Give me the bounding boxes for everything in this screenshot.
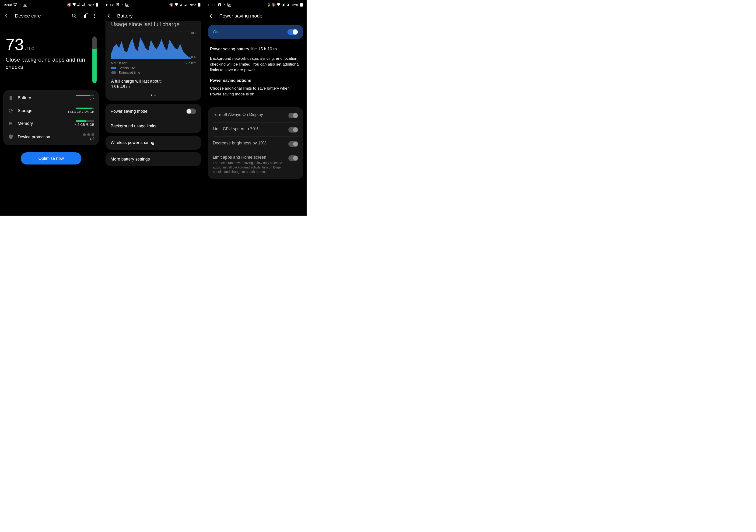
mute-icon: 🔇 xyxy=(68,3,71,7)
battery-icon xyxy=(198,3,201,7)
options-card: Turn off Always On Display Limit CPU spe… xyxy=(208,107,303,179)
on-label: On xyxy=(213,29,219,35)
more-battery-settings[interactable]: More battery settings xyxy=(105,152,201,166)
svg-rect-11 xyxy=(9,122,13,124)
status-bar: 19:09 🖼 • cc 🍃 🔇 75% xyxy=(204,0,307,9)
ps-description: Background network usage, syncing, and l… xyxy=(210,56,301,73)
toggle[interactable] xyxy=(288,141,298,147)
svg-rect-0 xyxy=(96,3,98,7)
svg-rect-12 xyxy=(198,3,201,7)
ps-section-title: Power saving options xyxy=(210,78,301,83)
svg-rect-5 xyxy=(85,14,86,18)
back-button[interactable] xyxy=(207,12,215,20)
score-section: 73/100 Close background apps and run che… xyxy=(0,22,102,88)
stats-icon[interactable] xyxy=(82,13,87,19)
cc-icon: cc xyxy=(125,3,129,7)
stat-row-memory[interactable]: Memory 4.5 GB /8 GB xyxy=(8,117,94,130)
stat-row-battery[interactable]: Battery 12 h xyxy=(8,92,94,104)
stat-label: Storage xyxy=(18,108,64,113)
wireless-card: Wireless power sharing xyxy=(105,136,201,150)
toggle[interactable] xyxy=(288,155,298,161)
signal2-icon xyxy=(286,3,290,7)
main-toggle[interactable] xyxy=(287,29,298,35)
battery-icon xyxy=(300,3,303,7)
ps-body: Power saving battery life: 15 h 10 m Bac… xyxy=(204,41,307,105)
signal-icon xyxy=(282,3,285,7)
on-banner: On xyxy=(208,25,303,39)
opt-sub: For maximum power saving, allow only sel… xyxy=(213,161,285,174)
toggle[interactable] xyxy=(288,127,298,133)
cc-icon: cc xyxy=(23,3,27,7)
dot-icon: • xyxy=(18,3,22,7)
chart-end: 12 h left xyxy=(184,61,196,65)
wireless-power-sharing[interactable]: Wireless power sharing xyxy=(105,136,201,150)
storage-icon xyxy=(8,108,14,113)
opt-limit-cpu-speed-to-70-[interactable]: Limit CPU speed to 70% xyxy=(213,122,298,137)
stat-row-storage[interactable]: Storage 114.3 GB /128 GB xyxy=(8,104,94,117)
search-icon[interactable] xyxy=(71,13,77,19)
ps-life: Power saving battery life: 15 h 10 m xyxy=(210,47,301,52)
svg-rect-3 xyxy=(83,16,83,18)
svg-rect-13 xyxy=(199,3,200,3)
usage-title: Usage since last full charge xyxy=(111,21,196,31)
opt-label: Decrease brightness by 10% xyxy=(213,141,285,146)
ps-section-desc: Choose additional limits to save battery… xyxy=(210,86,301,97)
svg-rect-27 xyxy=(301,3,302,3)
image-icon: 🖼 xyxy=(116,3,119,7)
signal-icon xyxy=(179,3,183,7)
stat-value: 4.5 GB /8 GB xyxy=(75,120,94,126)
clock: 19:09 xyxy=(208,3,217,7)
battery-percent: 76% xyxy=(189,3,196,7)
battery-icon xyxy=(95,3,99,7)
battery-percent: 76% xyxy=(87,3,94,7)
stat-row-shield[interactable]: Device protection Off xyxy=(8,130,94,144)
opt-label: Turn off Always On Display xyxy=(213,112,285,117)
more-icon[interactable] xyxy=(92,13,97,19)
opt-limit-apps-and-home-screen[interactable]: Limit apps and Home screen For maximum p… xyxy=(213,151,298,178)
toggle[interactable] xyxy=(288,113,298,118)
legend-use: Battery use xyxy=(119,66,135,70)
status-bar: 19:08 🖼 • cc 🔇 76% xyxy=(0,0,102,9)
score-value: 73 xyxy=(6,36,24,54)
svg-rect-10 xyxy=(10,96,11,96)
toggle[interactable] xyxy=(186,109,196,114)
opt-decrease-brightness-by-10-[interactable]: Decrease brightness by 10% xyxy=(213,137,298,151)
stat-value: 114.3 GB /128 GB xyxy=(68,108,94,114)
svg-point-6 xyxy=(94,14,95,15)
setting-background-usage-limits[interactable]: Background usage limits xyxy=(105,119,201,133)
page-title: Power saving mode xyxy=(219,13,304,19)
back-button[interactable] xyxy=(2,12,11,20)
battery-chart: 100 0% 5 d 6 h ago 12 h left xyxy=(111,31,196,64)
header: Power saving mode xyxy=(204,9,307,22)
more-card: More battery settings xyxy=(105,152,201,166)
wifi-icon xyxy=(175,3,178,7)
svg-point-8 xyxy=(94,17,95,18)
svg-point-7 xyxy=(94,15,95,16)
svg-rect-9 xyxy=(10,96,12,100)
optimise-button[interactable]: Optimise now xyxy=(21,152,81,165)
charge-text: A full charge will last about: xyxy=(111,78,196,85)
wifi-icon xyxy=(72,3,76,7)
mute-icon: 🔇 xyxy=(272,3,276,7)
memory-icon xyxy=(8,120,14,126)
power-card: Power saving mode Background usage limit… xyxy=(105,104,201,133)
usage-card: Usage since last full charge 100 0% 5 d … xyxy=(105,21,201,100)
wifi-icon xyxy=(277,3,281,7)
clock: 19:08 xyxy=(105,3,114,7)
status-bar: 19:08 🖼 • cc 🔇 76% xyxy=(102,0,204,9)
opt-label: Limit CPU speed to 70% xyxy=(213,126,285,131)
legend-est: Estimated time xyxy=(119,71,140,74)
setting-power-saving-mode[interactable]: Power saving mode xyxy=(105,104,201,119)
opt-turn-off-always-on-display[interactable]: Turn off Always On Display xyxy=(213,108,298,122)
charge-value: 15 h 48 m xyxy=(111,85,196,89)
svg-rect-4 xyxy=(84,15,85,18)
stat-value: Off xyxy=(83,133,94,141)
setting-label: Background usage limits xyxy=(111,124,196,129)
svg-point-2 xyxy=(72,14,75,17)
dot-icon: • xyxy=(223,3,226,7)
pager[interactable] xyxy=(111,94,196,96)
svg-rect-1 xyxy=(96,3,97,3)
clock: 19:08 xyxy=(3,3,12,7)
image-icon: 🖼 xyxy=(218,3,222,7)
back-button[interactable] xyxy=(104,12,113,20)
